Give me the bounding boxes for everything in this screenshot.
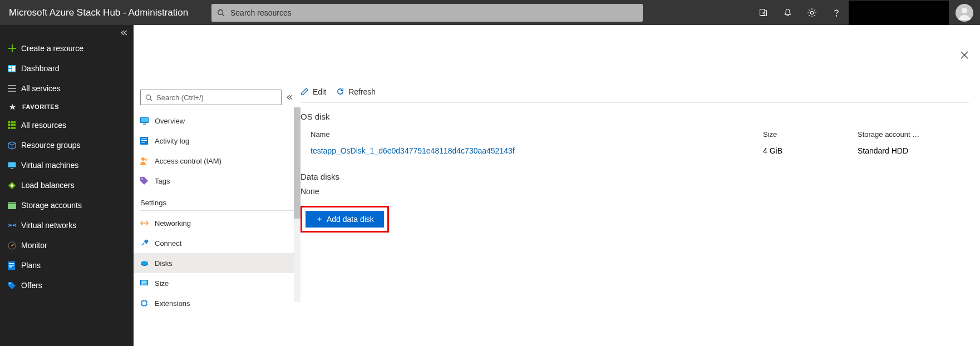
- svg-rect-9: [9, 69, 12, 72]
- resnav-item-label: Connect: [155, 239, 181, 248]
- edit-button[interactable]: Edit: [301, 87, 326, 96]
- resnav-activity-log[interactable]: Activity log: [134, 131, 301, 151]
- resnav-settings-heading: Settings: [134, 191, 301, 210]
- svg-rect-2: [760, 9, 765, 16]
- svg-point-48: [141, 157, 145, 161]
- dashboard-icon: [8, 65, 21, 72]
- help-icon[interactable]: [824, 1, 849, 25]
- svg-rect-57: [142, 301, 146, 305]
- svg-point-5: [962, 7, 967, 13]
- svg-rect-24: [8, 202, 16, 204]
- account-area[interactable]: [849, 1, 949, 25]
- cube-icon: [8, 141, 21, 150]
- storage-icon: [8, 202, 21, 209]
- sidebar-item-load-balancers[interactable]: Load balancers: [0, 175, 134, 195]
- svg-point-4: [836, 15, 836, 16]
- col-size: Size: [763, 130, 858, 139]
- dashboard-label: Dashboard: [21, 64, 60, 73]
- resource-search[interactable]: [140, 90, 282, 105]
- resnav-disks[interactable]: Disks: [134, 253, 301, 273]
- svg-rect-25: [8, 204, 16, 209]
- search-icon: [211, 9, 230, 17]
- global-search-input[interactable]: [230, 8, 643, 17]
- divider: [140, 210, 294, 211]
- sidebar-item-virtual-machines[interactable]: Virtual machines: [0, 155, 134, 175]
- refresh-button[interactable]: Refresh: [336, 87, 376, 96]
- resnav-item-label: Networking: [155, 219, 191, 228]
- sidenav-collapse-icon[interactable]: [0, 25, 134, 38]
- data-disks-none: None: [301, 187, 969, 196]
- os-disk-size: 4 GiB: [763, 146, 858, 155]
- data-disks-heading: Data disks: [301, 172, 969, 181]
- svg-line-40: [150, 98, 151, 100]
- resnav-extensions[interactable]: Extensions: [134, 293, 301, 313]
- svg-point-0: [218, 9, 223, 14]
- sidebar-item-resource-groups[interactable]: Resource groups: [0, 135, 134, 155]
- sidebar-item-label: Monitor: [21, 241, 47, 250]
- add-data-disk-button[interactable]: ＋ Add data disk: [306, 211, 384, 228]
- tags-icon: [140, 177, 155, 185]
- sidebar-item-all-resources[interactable]: All resources: [0, 115, 134, 135]
- sidebar-item-plans[interactable]: Plans: [0, 255, 134, 275]
- monitor-icon: [8, 162, 21, 169]
- sidebar-item-label: Virtual networks: [21, 221, 76, 230]
- svg-point-49: [145, 159, 147, 161]
- os-disk-link[interactable]: testapp_OsDisk_1_d6e0d347751e48118d4c730…: [311, 146, 515, 155]
- global-search[interactable]: [211, 4, 643, 22]
- resnav-scrollbar[interactable]: [294, 107, 301, 302]
- size-icon: [140, 280, 155, 287]
- add-data-disk-label: Add data disk: [327, 215, 374, 224]
- resnav-connect[interactable]: Connect: [134, 233, 301, 253]
- sidebar-item-label: Storage accounts: [21, 201, 82, 210]
- resnav-access-control[interactable]: Access control (IAM): [134, 151, 301, 171]
- table-header: Name Size Storage account …: [301, 127, 969, 144]
- col-name: Name: [311, 130, 763, 139]
- gauge-icon: [8, 241, 21, 250]
- svg-rect-7: [9, 66, 12, 68]
- resnav-size[interactable]: Size: [134, 273, 301, 293]
- sidebar-item-label: Load balancers: [21, 181, 75, 190]
- all-services[interactable]: All services: [0, 78, 134, 98]
- topbar-title: Microsoft Azure Stack Hub - Administrati…: [0, 0, 211, 25]
- sidebar-item-label: Offers: [21, 281, 42, 290]
- resnav-item-label: Size: [155, 279, 169, 288]
- svg-point-27: [13, 225, 14, 226]
- refresh-icon: [336, 87, 348, 96]
- sidebar-item-offers[interactable]: Offers: [0, 275, 134, 295]
- svg-rect-47: [141, 142, 145, 142]
- sidebar-item-monitor[interactable]: Monitor: [0, 235, 134, 255]
- resnav-networking[interactable]: Networking: [134, 213, 301, 233]
- sidebar-item-storage-accounts[interactable]: Storage accounts: [0, 195, 134, 215]
- svg-point-26: [10, 225, 11, 226]
- tag-icon: [8, 281, 21, 290]
- monitor-icon: [140, 117, 155, 125]
- dashboard[interactable]: Dashboard: [0, 58, 134, 78]
- resnav-collapse-icon[interactable]: [282, 92, 297, 102]
- svg-rect-10: [8, 121, 10, 123]
- resource-search-input[interactable]: [156, 93, 281, 102]
- avatar[interactable]: [956, 4, 973, 22]
- star-icon: [9, 103, 22, 111]
- svg-point-3: [810, 11, 813, 14]
- resnav-tags[interactable]: Tags: [134, 171, 301, 191]
- create-resource[interactable]: Create a resource: [0, 38, 134, 58]
- edit-label: Edit: [313, 87, 326, 96]
- resnav-item-label: Activity log: [155, 137, 189, 145]
- sidebar-item-label: Plans: [21, 261, 41, 270]
- svg-rect-43: [143, 123, 146, 125]
- iam-icon: [140, 157, 155, 165]
- close-icon[interactable]: [960, 51, 969, 62]
- settings-icon[interactable]: [800, 1, 824, 25]
- connect-icon: [140, 239, 155, 247]
- sidebar-item-label: Virtual machines: [21, 161, 78, 170]
- svg-rect-20: [8, 162, 16, 167]
- resnav-item-label: Access control (IAM): [155, 157, 221, 165]
- svg-rect-12: [13, 121, 16, 123]
- directory-switch-icon[interactable]: [751, 1, 775, 25]
- network-icon: [8, 223, 21, 228]
- notifications-icon[interactable]: [775, 1, 800, 25]
- resnav-overview[interactable]: Overview: [134, 111, 301, 131]
- sidebar-item-virtual-networks[interactable]: Virtual networks: [0, 215, 134, 235]
- all-services-icon: [8, 85, 21, 92]
- resnav-item-label: Overview: [155, 117, 185, 125]
